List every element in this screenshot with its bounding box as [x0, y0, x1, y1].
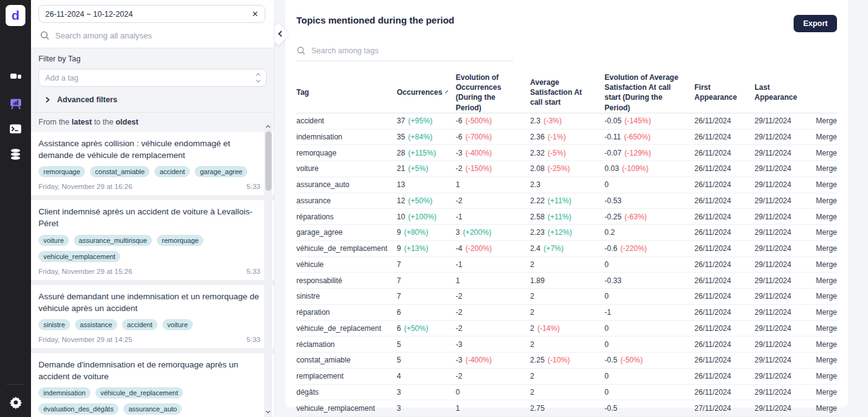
tag-pill[interactable]: assurance_multirisque	[74, 235, 152, 246]
value: 0.2	[604, 228, 615, 237]
row-tag: remplacement	[296, 372, 397, 380]
value: -0.5	[604, 356, 618, 364]
row-evolution: -2	[456, 196, 530, 205]
column-header-occurrences[interactable]: Occurrences	[397, 87, 456, 97]
clear-date-icon[interactable]: ✕	[252, 10, 259, 18]
analysis-title: Demande d'indemnisation et de remorquage…	[38, 359, 260, 382]
merge-link[interactable]: Merge	[807, 116, 837, 125]
merge-link[interactable]: Merge	[807, 196, 837, 205]
app-logo[interactable]: d	[6, 5, 25, 26]
table-row: réclamation 5 -3 2 0 26/11/2024 29/11/20…	[296, 336, 837, 353]
tag-pill[interactable]: accident	[122, 319, 157, 330]
tag-pill[interactable]: évaluation_des_dégâts	[38, 403, 118, 415]
scroll-down-icon[interactable]	[266, 409, 270, 413]
analysis-card[interactable]: Demande d'indemnisation et de remorquage…	[31, 353, 274, 417]
value: 7	[397, 260, 401, 269]
analysis-card[interactable]: Assistance après collision : véhicule en…	[31, 132, 274, 195]
value: -2	[456, 196, 463, 205]
add-tag-select[interactable]: Add a tag	[38, 69, 267, 87]
analysis-card[interactable]: Client indemnisé après un accident de vo…	[31, 200, 274, 279]
merge-link[interactable]: Merge	[807, 308, 837, 317]
row-first-appearance: 26/11/2024	[694, 356, 755, 364]
row-occurrences: 4	[397, 372, 456, 380]
merge-link[interactable]: Merge	[807, 324, 837, 333]
percent-change: (-220%)	[621, 244, 647, 253]
merge-link[interactable]: Merge	[807, 228, 837, 237]
row-evolution-avg: 0	[604, 260, 694, 269]
row-last-appearance: 29/11/2024	[755, 340, 807, 349]
table-header: Tag Occurrences Evolution of Occurrences…	[296, 72, 837, 113]
row-avg-satisfaction: 2.4(+7%)	[530, 244, 604, 253]
merge-link[interactable]: Merge	[807, 356, 837, 364]
row-last-appearance: 29/11/2024	[755, 260, 807, 269]
merge-link[interactable]: Merge	[807, 133, 837, 141]
merge-link[interactable]: Merge	[807, 372, 837, 380]
row-first-appearance: 26/11/2024	[694, 164, 755, 173]
row-evolution: -2	[456, 324, 530, 333]
merge-link[interactable]: Merge	[807, 149, 837, 157]
percent-change: (-1%)	[547, 133, 565, 141]
row-avg-satisfaction: 2.3(-3%)	[530, 116, 604, 125]
merge-link[interactable]: Merge	[807, 404, 837, 413]
panel-scrollbar-thumb[interactable]	[265, 131, 272, 191]
merge-link[interactable]: Merge	[807, 244, 837, 253]
percent-change: (-145%)	[624, 116, 651, 125]
tag-search-input[interactable]: Search among tags	[296, 46, 513, 61]
advanced-filters-label: Advanced filters	[57, 95, 117, 104]
analysis-meta: Friday, November 29 at 14:25 5:33	[38, 336, 260, 343]
value: -2	[456, 292, 463, 301]
tag-pill[interactable]: voiture	[162, 319, 193, 330]
row-evolution: 3(+200%)	[456, 228, 530, 237]
merge-link[interactable]: Merge	[807, 276, 837, 285]
row-occurrences: 28(+115%)	[397, 149, 456, 157]
merge-link[interactable]: Merge	[807, 260, 837, 269]
page-title: Topics mentioned during the period	[296, 15, 454, 25]
terminal-icon[interactable]	[7, 120, 24, 138]
merge-link[interactable]: Merge	[807, 292, 837, 301]
analysis-card[interactable]: Assuré demandant une indemnisation et un…	[31, 285, 274, 348]
tag-pill[interactable]: garage_agree	[195, 166, 247, 177]
value: 1.89	[530, 276, 544, 285]
date-range-input[interactable]: 26-11-2024 ~ 10-12-2024 ✕	[38, 5, 265, 23]
tag-pill[interactable]: voiture	[38, 235, 69, 246]
tag-pill[interactable]: indemnisation	[38, 387, 91, 398]
row-evolution: -3(-400%)	[456, 356, 530, 364]
percent-change: (-650%)	[624, 133, 650, 141]
row-first-appearance: 26/11/2024	[694, 260, 755, 269]
tag-pill[interactable]: véhicule_de_replacement	[95, 387, 183, 398]
value: 9	[397, 244, 401, 253]
dashboard-icon[interactable]	[7, 69, 24, 87]
sort-oldest: oldest	[115, 118, 138, 126]
percent-change: (+80%)	[404, 228, 428, 237]
tag-pill[interactable]: sinistre	[38, 319, 70, 330]
tag-pill[interactable]: remorquage	[38, 166, 85, 177]
value: 12	[397, 196, 405, 205]
tag-pill[interactable]: constat_amiable	[90, 166, 149, 177]
analyses-search[interactable]: Search among all analyses	[31, 27, 274, 48]
advanced-filters-toggle[interactable]: Advanced filters	[38, 87, 267, 112]
analytics-icon[interactable]	[7, 95, 24, 112]
value: 0.03	[604, 164, 619, 173]
settings-gear-icon[interactable]	[7, 393, 24, 411]
panel-scrollbar[interactable]	[264, 123, 272, 417]
merge-link[interactable]: Merge	[807, 180, 837, 189]
export-button[interactable]: Export	[794, 15, 837, 32]
merge-link[interactable]: Merge	[807, 340, 837, 349]
analysis-title: Assistance après collision : véhicule en…	[38, 138, 260, 161]
tag-pill[interactable]: remorquage	[157, 235, 203, 246]
database-icon[interactable]	[7, 146, 24, 163]
merge-link[interactable]: Merge	[807, 213, 837, 221]
tag-pill[interactable]: vehicule_remplacement	[38, 251, 120, 262]
column-header-evolution-avg-satisfaction: Evolution of Average Satisfaction At cal…	[604, 72, 694, 113]
scroll-up-icon[interactable]	[266, 125, 270, 129]
merge-link[interactable]: Merge	[807, 388, 837, 397]
tag-pill[interactable]: assurance_auto	[123, 403, 182, 415]
merge-link[interactable]: Merge	[807, 164, 837, 173]
percent-change: (+95%)	[408, 116, 432, 125]
value: -3	[456, 149, 463, 157]
tag-pill[interactable]: assistance	[75, 319, 117, 330]
row-last-appearance: 29/11/2024	[755, 324, 807, 333]
tag-pill[interactable]: accident	[154, 166, 190, 177]
row-occurrences: 21(+5%)	[397, 164, 456, 173]
value: 2.08	[530, 164, 544, 173]
